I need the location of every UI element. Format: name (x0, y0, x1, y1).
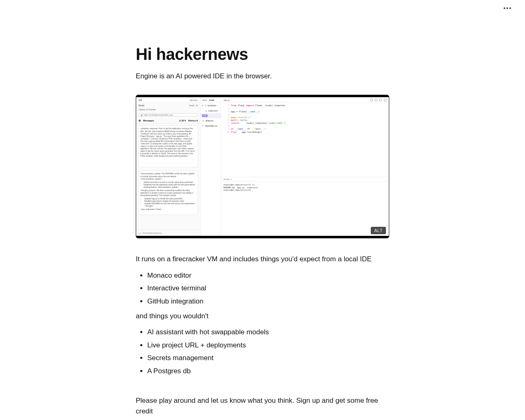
assistant-message-2: <documentation_update> The README.md fil… (138, 171, 198, 215)
tab-llm: LLM ▾ (179, 119, 186, 122)
file-index-html: index.html (201, 108, 221, 114)
assistant-message-1: <assistant_response> Now, to add the app… (138, 126, 198, 167)
expand-icon (384, 99, 386, 101)
view-label: View (202, 99, 207, 102)
file-readme: README.md (201, 123, 221, 129)
layout-icon (370, 99, 373, 101)
url-bar: 🔒https://enthspjkti.enginelabs.app (139, 113, 198, 116)
tab-messages: Messages (143, 119, 154, 122)
menu-button[interactable] (502, 6, 513, 11)
list-item: Interactive terminal (147, 282, 389, 294)
list-item: Secrets management (147, 352, 389, 364)
list-item: GitHub integration (147, 295, 389, 308)
model-value: Claude 3.5 Sonnet (139, 108, 155, 111)
terminal-output: engine@d~/app/project$ ls README.md app.… (221, 182, 389, 236)
paragraph-4: Please play around and let us know what … (136, 395, 389, 417)
paragraph-3: and things you wouldn't (136, 311, 389, 322)
credit-label: Credit (189, 104, 194, 107)
app-logo-icon (139, 99, 142, 101)
list-item: Monaco editor (147, 269, 389, 282)
model-label: Model (139, 104, 144, 107)
editor-tab-filename: app.py (224, 99, 230, 102)
list-item: Live project URL + deployments (147, 339, 389, 352)
ide-screenshot: demo/en Model Credit ⊞ Claude 3.5 Sonnet (136, 95, 389, 238)
code-tab: Code (209, 99, 215, 102)
list-item: AI assistant with hot swappable models (147, 326, 389, 338)
paragraph-2: It runs on a firecracker VM and includes… (136, 254, 389, 265)
alt-badge[interactable]: ALT (371, 227, 386, 234)
ellipsis-icon (504, 7, 505, 9)
settings-icon (375, 99, 377, 101)
main-scroll[interactable]: Hi hackernews Engine is an AI powered ID… (0, 16, 525, 420)
project-name-label: demo/en (190, 99, 198, 102)
feature-list-2: AI assistant with hot swappable models L… (136, 326, 389, 377)
list-item: A Postgres db (147, 365, 389, 377)
tab-history: History ▾ (188, 119, 198, 122)
feature-list-1: Monaco editor Interactive terminal GitHu… (136, 269, 389, 308)
file-gitignore: .gitignore (201, 118, 221, 123)
terminal-divider: ⊞ 24w ⊙ (221, 177, 389, 182)
page-title: Hi hackernews (136, 45, 389, 64)
intro-paragraph: Engine is an AI powered IDE in the brows… (136, 71, 389, 82)
file-env: .env (201, 113, 221, 118)
spinner-icon (139, 232, 141, 234)
refresh-icon (379, 99, 382, 101)
generating-status: Generating response... (136, 230, 200, 236)
code-editor: 1 2 3 4 5 6 7 8 9 10 from flask import F… (221, 103, 389, 177)
folder-templates: ▸templates (201, 103, 221, 108)
